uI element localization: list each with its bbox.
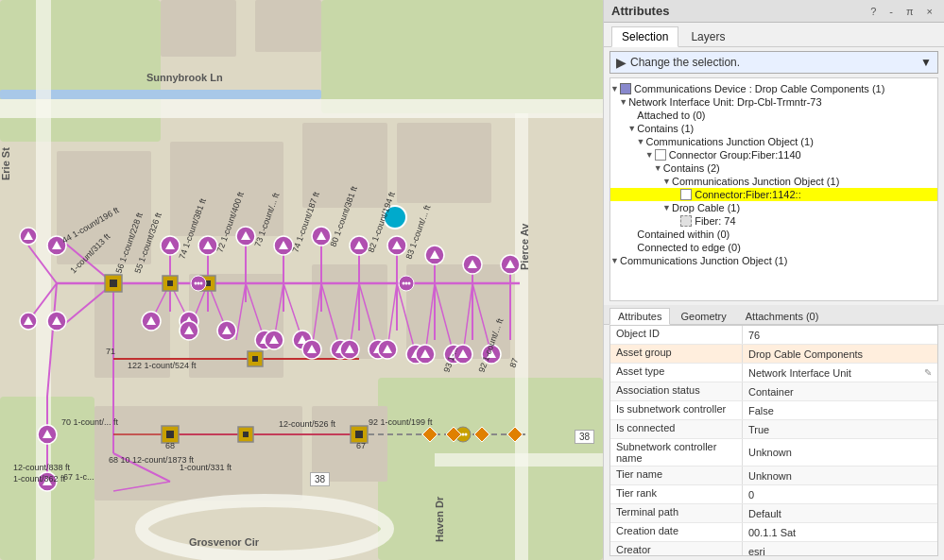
dock-button[interactable]: π — [902, 6, 918, 17]
panel-title: Attributes — [611, 4, 669, 18]
tree-item-t6[interactable]: ▼Connector Group:Fiber:1140 — [610, 148, 937, 161]
svg-point-150 — [408, 282, 411, 285]
map-badge-2: 38 — [310, 472, 330, 486]
attr-label-11: Creator — [610, 542, 743, 556]
tree-item-t12[interactable]: Contained within (0) — [610, 228, 937, 241]
attr-row-2: Asset typeNetwork Interface Unit✎ — [610, 364, 937, 382]
help-button[interactable]: ? — [867, 6, 880, 17]
map-label-erie: Erie St — [0, 147, 11, 180]
panel-tabs: Selection Layers — [604, 23, 944, 47]
attr-row-7: Tier nameUnknown — [610, 467, 937, 485]
attr-tab-0[interactable]: Attributes — [609, 308, 670, 325]
edit-icon-2[interactable]: ✎ — [924, 367, 932, 378]
svg-text:122 1-count/524 ft: 122 1-count/524 ft — [128, 361, 197, 370]
svg-rect-142 — [355, 431, 363, 438]
attr-value-5: True — [743, 420, 937, 438]
svg-text:12-count/526 ft: 12-count/526 ft — [279, 419, 336, 429]
svg-rect-136 — [252, 356, 258, 362]
map-svg: 1-count/313 ft 44 1-count/196 ft 56 1-co… — [0, 0, 603, 560]
tree-item-t7[interactable]: ▼Contains (2) — [610, 161, 937, 175]
tree-item-t1[interactable]: ▼Communications Device : Drop Cable Comp… — [610, 82, 937, 95]
svg-rect-10 — [397, 123, 491, 203]
svg-text:92 1-count/199 ft: 92 1-count/199 ft — [369, 417, 433, 427]
attr-value-6: Unknown — [743, 439, 937, 466]
tree-item-t2[interactable]: ▼Network Interface Unit: Drp-Cbl-Trmntr-… — [610, 95, 937, 109]
svg-rect-21 — [435, 453, 603, 467]
svg-rect-20 — [515, 113, 528, 560]
dropdown-arrow-icon[interactable]: ▼ — [920, 56, 932, 69]
tree-item-t4[interactable]: ▼Contains (1) — [610, 122, 937, 135]
attr-value-10: 00.1.1 Sat — [743, 523, 937, 541]
svg-rect-6 — [255, 0, 321, 52]
svg-rect-5 — [161, 0, 236, 57]
attr-row-1: Asset groupDrop Cable Components — [610, 345, 937, 364]
attr-row-5: Is connectedTrue — [610, 420, 937, 439]
map-badge-1: 38 — [575, 430, 594, 444]
tab-layers[interactable]: Layers — [680, 26, 735, 46]
close-button[interactable]: × — [923, 6, 936, 17]
tree-item-t13[interactable]: Connected to edge (0) — [610, 241, 937, 254]
svg-text:70 1-count/... ft: 70 1-count/... ft — [61, 417, 119, 427]
attr-label-10: Creation date — [610, 523, 743, 541]
attr-row-0: Object ID76 — [610, 326, 937, 345]
svg-rect-1 — [0, 0, 161, 142]
attr-label-3: Association status — [610, 382, 743, 400]
attr-tabs: AttributesGeometryAttachments (0) — [604, 305, 944, 325]
attr-value-8: 0 — [743, 485, 937, 503]
tree-item-t3[interactable]: Attached to (0) — [610, 109, 937, 122]
change-selection-label: Change the selection. — [630, 56, 917, 69]
svg-point-149 — [405, 282, 408, 285]
svg-point-144 — [195, 282, 197, 285]
tree-area[interactable]: ▼Communications Device : Drop Cable Comp… — [609, 77, 938, 301]
tree-item-t10[interactable]: ▼Drop Cable (1) — [610, 201, 937, 214]
svg-rect-130 — [110, 280, 117, 287]
tree-item-t8[interactable]: ▼Communications Junction Object (1) — [610, 175, 937, 188]
attr-value-11: esri — [743, 542, 937, 556]
svg-rect-15 — [94, 406, 302, 501]
attr-row-6: Subnetwork controller nameUnknown — [610, 439, 937, 467]
svg-text:1-count/331 ft: 1-count/331 ft — [180, 463, 232, 472]
attr-row-9: Terminal pathDefault — [610, 504, 937, 523]
attr-tab-2[interactable]: Attachments (0) — [737, 308, 828, 324]
attr-tab-1[interactable]: Geometry — [672, 308, 734, 324]
svg-rect-140 — [243, 432, 249, 437]
svg-rect-18 — [0, 99, 603, 118]
attr-value-1: Drop Cable Components — [743, 345, 937, 363]
tree-item-t5[interactable]: ▼Communications Junction Object (1) — [610, 135, 937, 148]
attr-label-8: Tier rank — [610, 485, 743, 503]
map-area[interactable]: 1-count/313 ft 44 1-count/196 ft 56 1-co… — [0, 0, 603, 560]
svg-text:67 1-c...: 67 1-c... — [63, 472, 94, 482]
svg-text:71: 71 — [106, 347, 115, 356]
attr-label-1: Asset group — [610, 345, 743, 363]
svg-rect-4 — [378, 378, 603, 560]
svg-text:1-count/362 ft: 1-count/362 ft — [13, 474, 66, 484]
svg-point-154 — [465, 433, 468, 436]
attr-row-3: Association statusContainer — [610, 382, 937, 401]
map-label-pierce: Pierce Av — [519, 224, 530, 270]
attributes-section: AttributesGeometryAttachments (0) Object… — [604, 305, 944, 560]
attr-label-7: Tier name — [610, 467, 743, 484]
attr-value-7: Unknown — [743, 467, 937, 484]
cursor-icon: ▶ — [616, 55, 626, 70]
attr-label-6: Subnetwork controller name — [610, 439, 743, 466]
attr-value-0: 76 — [743, 326, 937, 344]
svg-rect-138 — [166, 431, 174, 438]
tree-item-t9[interactable]: Connector:Fiber:1142:: — [610, 188, 937, 201]
svg-rect-2 — [321, 0, 603, 113]
attr-label-5: Is connected — [610, 420, 743, 438]
tab-selection[interactable]: Selection — [611, 26, 678, 47]
tree-item-t11[interactable]: Fiber: 74 — [610, 214, 937, 228]
attr-label-2: Asset type — [610, 364, 743, 382]
svg-text:67: 67 — [356, 441, 366, 450]
tree-item-t14[interactable]: ▼Communications Junction Object (1) — [610, 254, 937, 267]
attr-value-4: False — [743, 401, 937, 419]
change-selection-bar[interactable]: ▶ Change the selection. ▼ — [609, 51, 938, 74]
attr-label-0: Object ID — [610, 326, 743, 344]
attr-row-10: Creation date00.1.1 Sat — [610, 523, 937, 542]
attr-row-4: Is subnetwork controllerFalse — [610, 401, 937, 420]
map-label-haven: Haven Dr — [434, 497, 445, 542]
minimize-button[interactable]: - — [885, 6, 897, 17]
attr-row-11: Creatoresri — [610, 542, 937, 556]
attributes-panel: Attributes ? - π × Selection Layers ▶ Ch… — [603, 0, 944, 560]
svg-point-148 — [403, 282, 405, 285]
